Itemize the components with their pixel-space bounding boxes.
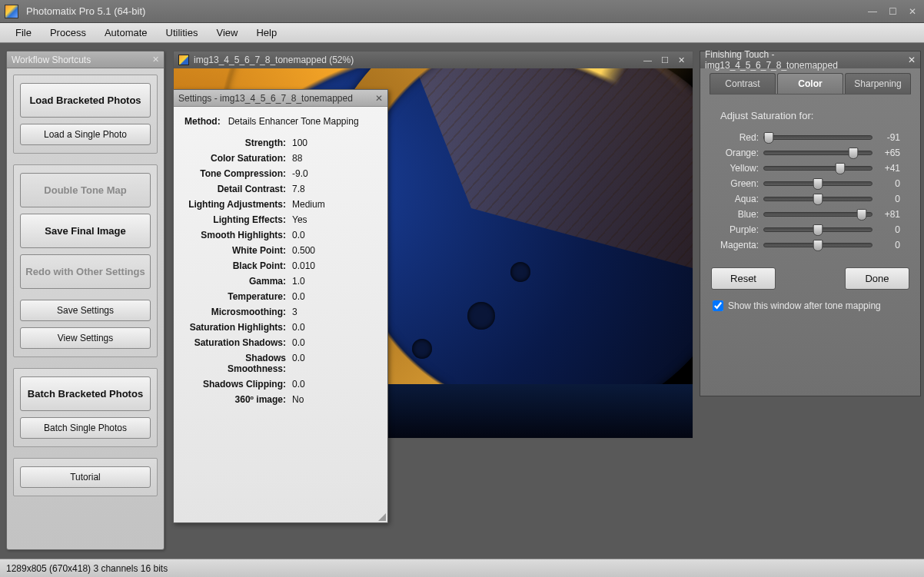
- menu-view[interactable]: View: [207, 24, 247, 41]
- settings-row: Strength:100: [184, 138, 377, 148]
- settings-titlebar[interactable]: Settings - img13_4_5_6_7_8_tonemapped ✕: [174, 90, 387, 107]
- settings-method-row: Method: Details Enhancer Tone Mapping: [184, 116, 377, 127]
- status-bar: 1289x805 (670x418) 3 channels 16 bits: [0, 559, 924, 577]
- finishing-buttons: Reset Done: [700, 260, 920, 297]
- menu-bar: File Process Automate Utilities View Hel…: [0, 23, 924, 43]
- settings-row-value: 0.0: [292, 322, 305, 333]
- saturation-slider[interactable]: [763, 212, 872, 217]
- tab-color[interactable]: Color: [777, 73, 843, 94]
- saturation-name: Aqua:: [720, 194, 763, 204]
- saturation-value: 0: [872, 224, 900, 235]
- saturation-slider[interactable]: [763, 197, 872, 201]
- double-tone-map-button: Double Tone Map: [20, 173, 151, 207]
- settings-row: Shadows Clipping:0.0: [184, 379, 377, 390]
- menu-help[interactable]: Help: [247, 24, 286, 41]
- close-button[interactable]: ✕: [906, 5, 919, 18]
- saturation-slider[interactable]: [763, 243, 872, 247]
- workflow-group-load: Load Bracketed Photos Load a Single Phot…: [13, 75, 158, 154]
- app-icon: [5, 5, 18, 18]
- saturation-value: +81: [872, 209, 900, 220]
- show-window-checkbox-row[interactable]: Show this window after tone mapping: [700, 297, 920, 319]
- slider-thumb[interactable]: [813, 240, 823, 251]
- slider-thumb[interactable]: [848, 148, 858, 159]
- show-window-checkbox[interactable]: [713, 300, 723, 311]
- saturation-slider[interactable]: [763, 227, 872, 232]
- settings-row-label: Shadows Smoothness:: [184, 353, 292, 374]
- settings-method-value: Details Enhancer Tone Mapping: [228, 116, 359, 127]
- saturation-value: +41: [872, 163, 900, 174]
- slider-thumb[interactable]: [764, 132, 774, 144]
- maximize-button[interactable]: ☐: [886, 5, 899, 18]
- settings-row: Color Saturation:88: [184, 153, 377, 164]
- settings-row-label: Microsmoothing:: [184, 307, 292, 317]
- settings-row-label: Saturation Highlights:: [184, 322, 292, 333]
- batch-single-button[interactable]: Batch Single Photos: [20, 417, 151, 439]
- title-bar: Photomatix Pro 5.1 (64-bit) — ☐ ✕: [0, 0, 924, 23]
- minimize-button[interactable]: —: [866, 5, 879, 18]
- view-settings-button[interactable]: View Settings: [20, 327, 151, 349]
- settings-row: Smooth Highlights:0.0: [184, 230, 377, 240]
- workflow-group-tutorial: Tutorial: [13, 458, 158, 496]
- saturation-slider[interactable]: [763, 135, 872, 140]
- saturation-name: Purple:: [720, 224, 763, 235]
- document-close-icon[interactable]: ✕: [675, 55, 688, 65]
- load-single-button[interactable]: Load a Single Photo: [20, 124, 151, 145]
- settings-row-label: Shadows Clipping:: [184, 379, 292, 390]
- saturation-name: Green:: [720, 178, 763, 189]
- settings-row-label: Tone Compression:: [184, 168, 292, 179]
- save-final-image-button[interactable]: Save Final Image: [20, 214, 151, 248]
- saturation-value: 0: [872, 178, 900, 189]
- menu-automate[interactable]: Automate: [95, 24, 157, 41]
- saturation-name: Blue:: [720, 209, 763, 220]
- saturation-slider[interactable]: [763, 151, 872, 155]
- menu-process[interactable]: Process: [41, 24, 95, 41]
- tab-sharpening[interactable]: Sharpening: [845, 73, 911, 94]
- settings-window: Settings - img13_4_5_6_7_8_tonemapped ✕ …: [173, 89, 388, 523]
- saturation-value: +65: [872, 148, 900, 158]
- slider-thumb[interactable]: [813, 178, 823, 190]
- tutorial-button[interactable]: Tutorial: [20, 466, 151, 488]
- save-settings-button[interactable]: Save Settings: [20, 300, 151, 321]
- document-title: img13_4_5_6_7_8_tonemapped (52%): [194, 55, 354, 65]
- settings-row-label: Smooth Highlights:: [184, 230, 292, 240]
- saturation-row: Orange:+65: [720, 148, 900, 158]
- saturation-slider[interactable]: [763, 181, 872, 186]
- slider-thumb[interactable]: [813, 194, 823, 205]
- settings-row: Microsmoothing:3: [184, 307, 377, 317]
- menu-file[interactable]: File: [6, 24, 41, 41]
- settings-close-icon[interactable]: ✕: [375, 93, 383, 104]
- saturation-row: Blue:+81: [720, 209, 900, 220]
- batch-bracketed-button[interactable]: Batch Bracketed Photos: [20, 376, 151, 411]
- settings-row: Saturation Shadows:0.0: [184, 337, 377, 348]
- load-bracketed-button[interactable]: Load Bracketed Photos: [20, 83, 151, 118]
- saturation-name: Yellow:: [720, 163, 763, 174]
- workflow-panel-close-icon[interactable]: ✕: [152, 55, 159, 65]
- settings-row-label: 360º image:: [184, 394, 292, 405]
- slider-thumb[interactable]: [835, 163, 845, 174]
- done-button[interactable]: Done: [845, 267, 909, 290]
- settings-method-label: Method:: [184, 116, 221, 127]
- settings-row: Detail Contrast:7.8: [184, 184, 377, 194]
- document-minimize-icon[interactable]: —: [640, 55, 655, 65]
- settings-row-label: Lighting Adjustments:: [184, 199, 292, 210]
- saturation-name: Orange:: [720, 148, 763, 158]
- document-titlebar[interactable]: img13_4_5_6_7_8_tonemapped (52%) — ☐ ✕: [174, 51, 693, 68]
- settings-row-value: 0.0: [292, 291, 305, 302]
- settings-resize-grip[interactable]: [378, 513, 386, 521]
- settings-row-value: Yes: [292, 214, 307, 225]
- finishing-close-icon[interactable]: ✕: [908, 55, 916, 65]
- document-maximize-icon[interactable]: ☐: [658, 55, 672, 65]
- menu-utilities[interactable]: Utilities: [157, 24, 208, 41]
- settings-row-value: 88: [292, 153, 302, 164]
- saturation-slider[interactable]: [763, 166, 872, 171]
- finishing-titlebar[interactable]: Finishing Touch - img13_4_5_6_7_8_tonema…: [700, 51, 920, 68]
- workflow-panel-header[interactable]: Workflow Shortcuts ✕: [7, 51, 164, 68]
- slider-thumb[interactable]: [813, 224, 823, 236]
- saturation-name: Red:: [720, 132, 763, 143]
- slider-thumb[interactable]: [856, 209, 866, 221]
- settings-row-value: 0.0: [292, 379, 305, 390]
- settings-row-value: 0.500: [292, 245, 315, 256]
- tab-contrast[interactable]: Contrast: [710, 73, 776, 94]
- settings-row: Shadows Smoothness:0.0: [184, 353, 377, 374]
- reset-button[interactable]: Reset: [711, 267, 776, 290]
